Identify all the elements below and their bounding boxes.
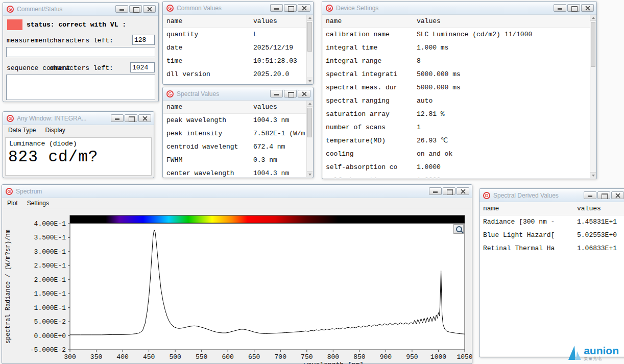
y-tick-label: 0.000E+0 (34, 332, 66, 340)
table-row: Blue Light Hazard[5.02553E+0 (480, 229, 624, 242)
x-tick-label: 550 (196, 353, 207, 361)
scroll-down-button[interactable] (307, 171, 313, 177)
scroll-thumb[interactable] (307, 108, 312, 137)
measurement-chars-left-count[interactable] (132, 35, 155, 45)
menu-data-type[interactable]: Data Type (4, 126, 40, 135)
scroll-up-button[interactable] (307, 101, 313, 107)
app-icon: G (166, 90, 174, 98)
cell-name: temperature(MD) (323, 134, 414, 148)
close-button[interactable] (143, 5, 156, 13)
cell-value: 2025.20.0 (250, 68, 313, 81)
minimize-button[interactable] (584, 191, 596, 199)
maximize-button[interactable] (567, 4, 580, 12)
maximize-button[interactable] (597, 191, 610, 199)
scroll-thumb[interactable] (307, 22, 312, 52)
table-row: date2025/12/19 (163, 41, 313, 55)
window-title: Spectral Values (177, 90, 270, 98)
scroll-thumb[interactable] (591, 22, 595, 67)
sequence-comment-input[interactable] (6, 75, 155, 100)
vertical-scrollbar[interactable] (306, 101, 313, 177)
table-row: time10:51:28.03 (163, 55, 313, 68)
titlebar[interactable]: G Comment/Status (3, 3, 158, 16)
minimize-button[interactable] (554, 4, 566, 12)
table-row: calibration nameSLC Luminance (cd/m2) 11… (323, 28, 596, 41)
maximize-button[interactable] (443, 187, 455, 195)
y-axis-title: spectral Radiance / (W/m?sr)/nm (5, 230, 12, 344)
window-title: Comment/Status (17, 6, 115, 13)
scroll-up-button[interactable] (590, 15, 596, 21)
sequence-chars-left-count[interactable] (130, 62, 155, 72)
window-common-values: G Common Values name values quantityLdat… (162, 1, 314, 85)
titlebar[interactable]: G Device Settings (322, 2, 596, 15)
window-spectrum: G Spectrum Plot Settings 4.000E-13.500E-… (2, 184, 472, 364)
x-tick-label: 350 (90, 353, 102, 361)
titlebar[interactable]: G Any Window: INTEGRA... (3, 112, 154, 125)
maximize-button[interactable] (125, 114, 137, 122)
close-button[interactable] (611, 191, 624, 199)
titlebar[interactable]: G Spectral Values (163, 87, 313, 101)
x-tick-label: 850 (353, 353, 365, 361)
window-title: Spectral Derived Values (493, 192, 584, 199)
x-tick-label: 450 (143, 353, 155, 361)
cell-name: peak wavelength (163, 114, 250, 127)
minimize-button[interactable] (111, 114, 124, 122)
menu-plot[interactable]: Plot (3, 199, 22, 208)
close-button[interactable] (298, 4, 310, 12)
spectral-values-table: peak wavelength1004.3 nmpeak intensity7.… (163, 114, 313, 177)
cell-value: 8 (414, 55, 596, 68)
cell-name: peak intensity (163, 127, 250, 140)
close-button[interactable] (298, 90, 310, 98)
cell-name: integral range (323, 55, 414, 68)
vertical-scrollbar[interactable] (590, 15, 596, 178)
column-header-name: name (323, 15, 414, 28)
minimize-button[interactable] (429, 187, 442, 195)
y-tick-label: 3.000E-1 (34, 248, 66, 256)
cell-name: calibration name (323, 28, 414, 41)
titlebar[interactable]: G Spectrum (2, 185, 472, 198)
titlebar[interactable]: G Common Values (163, 2, 313, 15)
scroll-down-button[interactable] (307, 78, 313, 84)
cell-value: 5.02553E+0 (574, 229, 624, 242)
x-tick-label: 650 (248, 353, 260, 361)
x-tick-label: 1000 (430, 353, 446, 361)
table-header: name values (163, 101, 313, 114)
titlebar[interactable]: G Spectral Derived Values (479, 189, 624, 202)
minimize-button[interactable] (270, 90, 283, 98)
x-tick-label: 300 (64, 353, 76, 361)
x-tick-label: 800 (327, 353, 339, 361)
maximize-button[interactable] (284, 4, 297, 12)
column-header-values: values (250, 101, 313, 113)
measurement-comment-input[interactable] (6, 47, 155, 57)
table-row: Retinal Thermal Ha1.06833E+1 (480, 242, 624, 255)
cell-value: 672.4 nm (250, 140, 313, 154)
maximize-button[interactable] (129, 5, 142, 13)
vertical-scrollbar[interactable] (306, 15, 313, 84)
table-row: integral range8 (323, 55, 596, 68)
cell-value: L (250, 28, 313, 41)
scroll-up-button[interactable] (307, 15, 313, 21)
cell-value: 1 (414, 121, 596, 134)
table-row: FWHM0.3 nm (163, 154, 313, 167)
close-button[interactable] (138, 114, 151, 122)
cell-name: self-absorption co (323, 174, 414, 178)
menu-display[interactable]: Display (40, 126, 69, 135)
minimize-button[interactable] (270, 4, 283, 12)
menu-settings[interactable]: Settings (22, 199, 54, 208)
column-header-name: name (163, 15, 250, 28)
x-tick-label: 400 (116, 353, 128, 361)
scroll-down-button[interactable] (590, 172, 596, 178)
cell-name: Radiance [300 nm - (480, 215, 574, 229)
close-button[interactable] (581, 4, 594, 12)
minimize-button[interactable] (115, 5, 128, 13)
close-button[interactable] (457, 187, 469, 195)
cell-name: integral time (323, 41, 414, 55)
table-row: temperature(MD)26.93 ℃ (323, 134, 596, 148)
table-row: centroid wavelengt672.4 nm (163, 140, 313, 154)
table-row: dll version2025.20.0 (163, 68, 313, 81)
zoom-tool-icon[interactable] (453, 224, 464, 234)
y-tick-label: -5.000E-2 (30, 346, 66, 354)
column-header-name: name (480, 202, 574, 215)
cell-value: 12.81 % (414, 108, 596, 121)
maximize-button[interactable] (284, 90, 297, 98)
window-title: Common Values (177, 5, 270, 12)
